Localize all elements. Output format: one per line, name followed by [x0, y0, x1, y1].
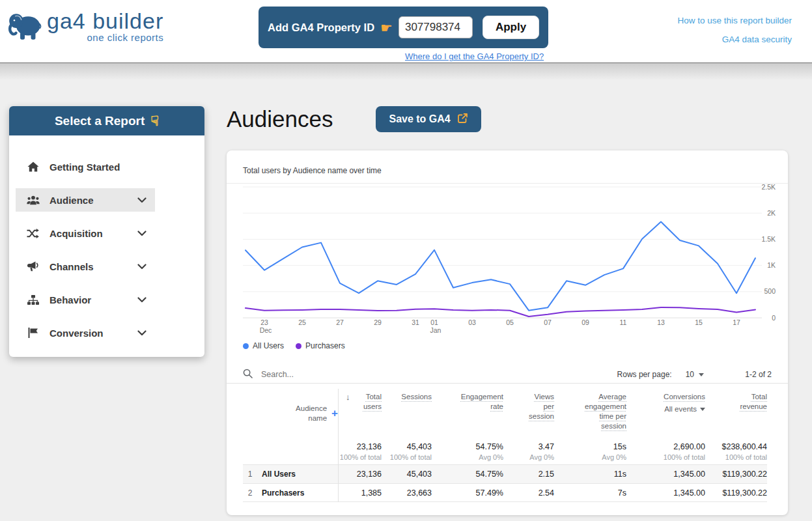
y-axis-tick-label: 500 — [764, 287, 776, 295]
logo-title: ga4 builder — [47, 8, 163, 34]
table-totals-row: 23,136100% of total 45,403100% of total … — [243, 434, 767, 464]
main-content: Audiences Save to GA4 Total users by Aud… — [227, 106, 788, 515]
sidebar-item-getting-started[interactable]: Getting Started — [16, 155, 155, 178]
chart-title: Total users by Audience name over time — [227, 150, 788, 183]
app-logo: ga4 builder one click reports — [8, 8, 163, 43]
x-axis-tick-label: 09 — [581, 318, 589, 326]
chevron-down-icon — [137, 231, 147, 236]
sidebar-item-audience[interactable]: Audience — [16, 188, 155, 212]
x-axis-tick-label: 07 — [544, 318, 552, 326]
y-axis-tick-label: 2K — [767, 209, 776, 217]
chart-area: 05001K1.5K2K2.5K23Dec2527293101Jan030507… — [227, 184, 788, 354]
sidebar-item-acquisition[interactable]: Acquisition — [16, 221, 155, 245]
page-body: Select a Report ☟ Getting Started — [0, 63, 812, 521]
table-row: 2 Purchasers 1,385 23,663 57.49% 2.54 7s… — [243, 483, 767, 502]
caret-down-icon — [700, 408, 705, 411]
column-header-views-per-session[interactable]: Views per session — [503, 384, 554, 434]
table-header-row: Audience name + ↓ Total users Sessions E… — [243, 384, 767, 434]
how-to-use-link[interactable]: How to use this report builder — [677, 16, 792, 25]
sidebar-title: Select a Report — [55, 114, 145, 128]
caret-down-icon[interactable] — [699, 373, 704, 376]
home-icon — [26, 162, 40, 172]
search-icon — [243, 369, 253, 381]
property-id-label: Add GA4 Property ID — [268, 21, 374, 34]
sitemap-icon — [26, 295, 40, 305]
chart-legend: All Users Purchasers — [243, 341, 345, 350]
x-axis-tick-label: 25 — [298, 318, 306, 326]
data-table: Audience name + ↓ Total users Sessions E… — [227, 384, 788, 502]
sidebar-item-conversion[interactable]: Conversion — [16, 321, 155, 345]
column-header-engagement-rate[interactable]: Engagement rate — [432, 384, 503, 434]
table-search — [243, 369, 617, 381]
x-axis-tick-label: 13 — [657, 318, 665, 326]
legend-item-purchasers: Purchasers — [296, 341, 345, 350]
report-sidebar: Select a Report ☟ Getting Started — [9, 106, 204, 357]
legend-dot — [243, 343, 249, 349]
shuffle-icon — [26, 229, 40, 238]
x-axis-month-label: Jan — [430, 326, 441, 334]
legend-dot — [296, 343, 301, 349]
x-axis-tick-label: 29 — [374, 318, 382, 326]
x-axis-tick-label: 01 — [430, 318, 438, 326]
column-header-conversions[interactable]: Conversions All events — [626, 384, 705, 434]
sidebar-header: Select a Report ☟ — [9, 106, 204, 135]
conversions-event-filter[interactable]: All events — [626, 404, 705, 414]
column-header-total-users[interactable]: ↓ Total users — [338, 384, 382, 434]
column-divider — [338, 389, 339, 502]
page-title: Audiences — [227, 106, 333, 132]
chevron-down-icon — [137, 264, 147, 270]
chevron-down-icon — [137, 197, 147, 203]
header-nav-links: How to use this report builder GA4 data … — [677, 16, 792, 44]
x-axis-tick-label: 03 — [468, 318, 476, 326]
save-to-ga4-button[interactable]: Save to GA4 — [376, 106, 481, 132]
search-input[interactable] — [260, 369, 423, 380]
rows-per-page-value[interactable]: 10 — [686, 370, 694, 379]
column-header-audience-name[interactable]: Audience name + — [257, 384, 338, 434]
property-id-help-link[interactable]: Where do I get the GA4 Property ID? — [405, 51, 544, 61]
y-axis-tick-label: 0 — [772, 314, 776, 322]
x-axis-tick-label: 17 — [733, 318, 740, 326]
apply-button[interactable]: Apply — [483, 16, 539, 39]
external-link-icon — [457, 113, 468, 126]
x-axis-month-label: Dec — [260, 326, 272, 334]
y-axis-tick-label: 2.5K — [761, 184, 776, 191]
sidebar-item-behavior[interactable]: Behavior — [16, 288, 155, 311]
y-axis-tick-label: 1.5K — [761, 235, 776, 243]
sidebar-item-channels[interactable]: Channels — [16, 255, 155, 278]
users-group-icon — [26, 195, 40, 205]
x-axis-tick-label: 11 — [620, 318, 627, 326]
series-line-purchasers — [245, 307, 755, 317]
pointing-hand-down-icon: ☟ — [150, 114, 159, 128]
pagination-label: 1-2 of 2 — [734, 370, 772, 379]
rows-per-page: Rows per page: 10 — [617, 370, 704, 379]
legend-item-all-users: All Users — [243, 341, 284, 350]
chevron-down-icon — [137, 297, 147, 303]
pointing-hand-right-icon: ☛ — [380, 21, 393, 35]
line-chart: 05001K1.5K2K2.5K23Dec2527293101Jan030507… — [227, 184, 788, 354]
x-axis-tick-label: 23 — [260, 318, 268, 326]
report-card: Total users by Audience name over time 0… — [227, 150, 788, 515]
x-axis-tick-label: 05 — [506, 318, 514, 326]
megaphone-icon — [26, 261, 40, 272]
property-id-input[interactable] — [399, 16, 473, 38]
series-line-all-users — [245, 222, 755, 311]
column-header-sessions[interactable]: Sessions — [382, 384, 432, 434]
x-axis-tick-label: 27 — [336, 318, 344, 326]
chevron-down-icon — [137, 330, 147, 336]
table-toolbar: Rows per page: 10 1-2 of 2 — [227, 366, 788, 384]
sidebar-menu: Getting Started Audience — [9, 155, 204, 345]
column-header-total-revenue[interactable]: Total revenue — [705, 384, 767, 434]
sort-descending-icon[interactable]: ↓ — [346, 392, 350, 402]
add-dimension-button[interactable]: + — [331, 408, 338, 419]
column-header-avg-engagement-time[interactable]: Average engagement time per session — [554, 384, 626, 434]
flag-icon — [26, 328, 40, 338]
top-header: ga4 builder one click reports Add GA4 Pr… — [0, 0, 812, 63]
x-axis-tick-label: 31 — [412, 318, 419, 326]
y-axis-tick-label: 1K — [767, 261, 776, 269]
elephant-logo-icon — [8, 10, 42, 43]
table-row: 1 All Users 23,136 45,403 54.75% 2.15 11… — [243, 464, 767, 483]
x-axis-tick-label: 15 — [695, 318, 703, 326]
data-security-link[interactable]: GA4 data security — [677, 35, 792, 44]
property-id-panel: Add GA4 Property ID ☛ Apply — [259, 7, 548, 48]
